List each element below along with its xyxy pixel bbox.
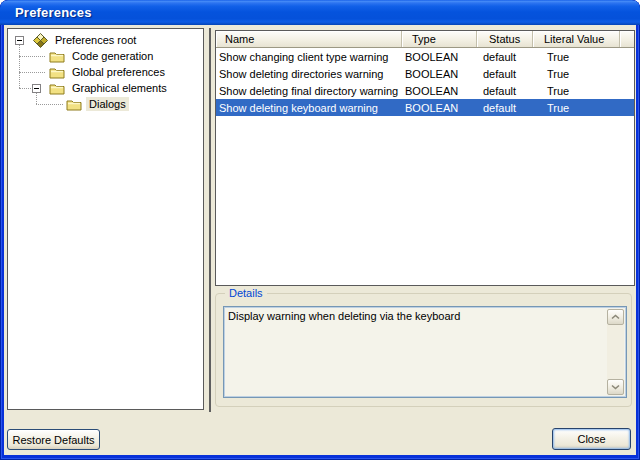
details-group-label: Details [225, 287, 267, 299]
column-header-filler [620, 31, 634, 47]
tree-connector-line [19, 56, 45, 57]
cell-type: BOOLEAN [402, 102, 477, 114]
folder-icon [49, 81, 65, 96]
details-text: Display warning when deleting via the ke… [228, 310, 604, 322]
restore-defaults-button[interactable]: Restore Defaults [7, 429, 100, 450]
cell-type: BOOLEAN [402, 68, 477, 80]
cell-type: BOOLEAN [402, 85, 477, 97]
tree-connector-line [19, 45, 20, 88]
preferences-table: Name Type Status Literal Value Show chan… [215, 30, 635, 286]
column-header-type[interactable]: Type [402, 31, 477, 47]
details-textarea[interactable]: Display warning when deleting via the ke… [223, 306, 627, 398]
tree-connector-line [36, 104, 63, 105]
preferences-dialog: Preferences Preferences [0, 0, 640, 460]
cell-status: default [477, 85, 533, 97]
cell-name: Show deleting keyboard warning [216, 102, 402, 114]
details-scrollbar[interactable] [607, 309, 624, 395]
details-group: Details Display warning when deleting vi… [215, 293, 632, 407]
tree-item-label: Preferences root [52, 33, 139, 47]
table-row[interactable]: Show deleting final directory warning BO… [216, 82, 634, 99]
tree-connector-line [19, 72, 45, 73]
column-header-name[interactable]: Name [216, 31, 402, 47]
cell-name: Show deleting directories warning [216, 68, 402, 80]
table-row-selected[interactable]: Show deleting keyboard warning BOOLEAN d… [216, 99, 634, 116]
column-header-literal-value[interactable]: Literal Value [533, 31, 620, 47]
tree-item-label: Dialogs [86, 97, 129, 111]
collapse-minus-icon[interactable] [15, 36, 24, 45]
column-header-status[interactable]: Status [477, 31, 533, 47]
panel-splitter[interactable] [209, 28, 211, 412]
cell-status: default [477, 102, 533, 114]
cell-literal-value: True [533, 85, 620, 97]
model-icon [32, 33, 48, 48]
tree-item-preferences-root[interactable]: Preferences root [8, 32, 203, 48]
cell-literal-value: True [533, 102, 620, 114]
preferences-tree: Preferences root Code generation [7, 28, 204, 410]
table-row[interactable]: Show changing client type warning BOOLEA… [216, 48, 634, 65]
window-title: Preferences [15, 5, 92, 20]
scroll-down-icon[interactable] [607, 379, 624, 395]
close-button[interactable]: Close [552, 428, 631, 450]
collapse-minus-icon[interactable] [32, 84, 41, 93]
cell-type: BOOLEAN [402, 51, 477, 63]
tree-connector-line [19, 88, 31, 89]
table-header: Name Type Status Literal Value [216, 31, 634, 48]
folder-icon [49, 49, 65, 64]
folder-icon [49, 65, 65, 80]
cell-status: default [477, 68, 533, 80]
cell-name: Show changing client type warning [216, 51, 402, 63]
dialog-content: Preferences root Code generation [4, 25, 636, 455]
cell-name: Show deleting final directory warning [216, 85, 402, 97]
cell-status: default [477, 51, 533, 63]
tree-item-label: Global preferences [69, 65, 168, 79]
folder-icon [66, 97, 82, 112]
tree-item-label: Graphical elements [69, 81, 170, 95]
table-row[interactable]: Show deleting directories warning BOOLEA… [216, 65, 634, 82]
cell-literal-value: True [533, 51, 620, 63]
tree-connector-line [36, 93, 37, 104]
titlebar[interactable]: Preferences [0, 0, 640, 25]
cell-literal-value: True [533, 68, 620, 80]
tree-item-graphical-elements[interactable]: Graphical elements [8, 80, 203, 96]
tree-item-label: Code generation [69, 49, 156, 63]
scroll-up-icon[interactable] [607, 309, 624, 325]
